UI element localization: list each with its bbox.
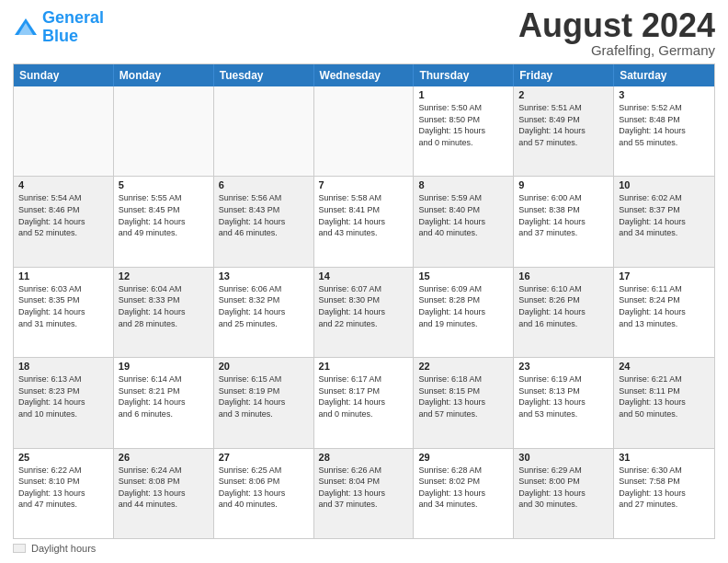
calendar-week-5: 25Sunrise: 6:22 AM Sunset: 8:10 PM Dayli…	[14, 449, 714, 538]
calendar: SundayMondayTuesdayWednesdayThursdayFrid…	[13, 63, 715, 539]
day-cell-14: 14Sunrise: 6:07 AM Sunset: 8:30 PM Dayli…	[314, 268, 415, 357]
calendar-body: 1Sunrise: 5:50 AM Sunset: 8:50 PM Daylig…	[14, 86, 714, 538]
day-info-10: Sunrise: 6:02 AM Sunset: 8:37 PM Dayligh…	[619, 192, 710, 238]
day-info-7: Sunrise: 5:58 AM Sunset: 8:41 PM Dayligh…	[319, 192, 409, 238]
logo-general: General	[42, 8, 104, 27]
day-info-27: Sunrise: 6:25 AM Sunset: 8:06 PM Dayligh…	[219, 465, 309, 511]
daylight-legend-box	[13, 544, 26, 553]
day-number-31: 31	[619, 452, 710, 463]
day-info-8: Sunrise: 5:59 AM Sunset: 8:40 PM Dayligh…	[418, 192, 508, 238]
day-info-2: Sunrise: 5:51 AM Sunset: 8:49 PM Dayligh…	[518, 102, 609, 148]
day-cell-16: 16Sunrise: 6:10 AM Sunset: 8:26 PM Dayli…	[514, 268, 614, 357]
calendar-week-2: 4Sunrise: 5:54 AM Sunset: 8:46 PM Daylig…	[14, 177, 714, 267]
day-number-13: 13	[219, 270, 309, 282]
title-location: Grafelfing, Germany	[518, 42, 715, 58]
day-number-28: 28	[319, 452, 409, 463]
day-cell-13: 13Sunrise: 6:06 AM Sunset: 8:32 PM Dayli…	[214, 268, 314, 357]
day-cell-4: 4Sunrise: 5:54 AM Sunset: 8:46 PM Daylig…	[14, 177, 114, 266]
day-cell-11: 11Sunrise: 6:03 AM Sunset: 8:35 PM Dayli…	[14, 268, 114, 357]
day-info-11: Sunrise: 6:03 AM Sunset: 8:35 PM Dayligh…	[18, 283, 108, 329]
weekday-saturday: Saturday	[614, 64, 714, 86]
day-info-12: Sunrise: 6:04 AM Sunset: 8:33 PM Dayligh…	[119, 283, 209, 329]
weekday-thursday: Thursday	[414, 64, 514, 86]
day-cell-20: 20Sunrise: 6:15 AM Sunset: 8:19 PM Dayli…	[214, 358, 314, 447]
day-info-29: Sunrise: 6:28 AM Sunset: 8:02 PM Dayligh…	[418, 465, 508, 511]
day-cell-19: 19Sunrise: 6:14 AM Sunset: 8:21 PM Dayli…	[114, 358, 214, 447]
day-number-18: 18	[18, 361, 108, 372]
day-info-18: Sunrise: 6:13 AM Sunset: 8:23 PM Dayligh…	[18, 373, 108, 419]
day-number-2: 2	[518, 89, 609, 100]
day-number-4: 4	[18, 179, 108, 190]
day-cell-3: 3Sunrise: 5:52 AM Sunset: 8:48 PM Daylig…	[614, 86, 714, 176]
day-cell-15: 15Sunrise: 6:09 AM Sunset: 8:28 PM Dayli…	[414, 268, 514, 357]
day-number-3: 3	[619, 89, 710, 100]
day-number-19: 19	[119, 361, 209, 372]
day-cell-22: 22Sunrise: 6:18 AM Sunset: 8:15 PM Dayli…	[414, 358, 514, 447]
day-cell-1: 1Sunrise: 5:50 AM Sunset: 8:50 PM Daylig…	[414, 86, 514, 176]
day-cell-26: 26Sunrise: 6:24 AM Sunset: 8:08 PM Dayli…	[114, 449, 214, 538]
empty-cell	[114, 86, 214, 176]
weekday-friday: Friday	[514, 64, 614, 86]
day-number-20: 20	[219, 361, 309, 372]
day-cell-7: 7Sunrise: 5:58 AM Sunset: 8:41 PM Daylig…	[314, 177, 415, 266]
day-number-21: 21	[319, 361, 409, 372]
day-info-19: Sunrise: 6:14 AM Sunset: 8:21 PM Dayligh…	[119, 373, 209, 419]
weekday-sunday: Sunday	[14, 64, 114, 86]
day-info-4: Sunrise: 5:54 AM Sunset: 8:46 PM Dayligh…	[18, 192, 108, 238]
day-cell-30: 30Sunrise: 6:29 AM Sunset: 8:00 PM Dayli…	[514, 449, 614, 538]
day-info-14: Sunrise: 6:07 AM Sunset: 8:30 PM Dayligh…	[319, 283, 409, 329]
title-month: August 2024	[518, 9, 715, 42]
calendar-week-4: 18Sunrise: 6:13 AM Sunset: 8:23 PM Dayli…	[14, 358, 714, 448]
day-number-8: 8	[418, 179, 508, 190]
day-number-17: 17	[619, 270, 710, 282]
day-info-5: Sunrise: 5:55 AM Sunset: 8:45 PM Dayligh…	[119, 192, 209, 238]
day-cell-2: 2Sunrise: 5:51 AM Sunset: 8:49 PM Daylig…	[514, 86, 614, 176]
day-number-27: 27	[219, 452, 309, 463]
day-cell-18: 18Sunrise: 6:13 AM Sunset: 8:23 PM Dayli…	[14, 358, 114, 447]
day-number-16: 16	[518, 270, 609, 282]
day-cell-5: 5Sunrise: 5:55 AM Sunset: 8:45 PM Daylig…	[114, 177, 214, 266]
day-info-1: Sunrise: 5:50 AM Sunset: 8:50 PM Dayligh…	[418, 102, 508, 148]
day-cell-29: 29Sunrise: 6:28 AM Sunset: 8:02 PM Dayli…	[414, 449, 514, 538]
day-info-20: Sunrise: 6:15 AM Sunset: 8:19 PM Dayligh…	[219, 373, 309, 419]
day-cell-24: 24Sunrise: 6:21 AM Sunset: 8:11 PM Dayli…	[614, 358, 714, 447]
logo-blue: Blue	[42, 27, 78, 45]
day-number-25: 25	[18, 452, 108, 463]
day-info-6: Sunrise: 5:56 AM Sunset: 8:43 PM Dayligh…	[219, 192, 309, 238]
day-number-9: 9	[518, 179, 609, 190]
day-cell-27: 27Sunrise: 6:25 AM Sunset: 8:06 PM Dayli…	[214, 449, 314, 538]
day-number-15: 15	[418, 270, 508, 282]
day-info-9: Sunrise: 6:00 AM Sunset: 8:38 PM Dayligh…	[518, 192, 609, 238]
day-number-11: 11	[18, 270, 108, 282]
day-number-12: 12	[119, 270, 209, 282]
logo: General Blue	[13, 9, 104, 46]
day-info-17: Sunrise: 6:11 AM Sunset: 8:24 PM Dayligh…	[619, 283, 710, 329]
day-cell-12: 12Sunrise: 6:04 AM Sunset: 8:33 PM Dayli…	[114, 268, 214, 357]
day-cell-10: 10Sunrise: 6:02 AM Sunset: 8:37 PM Dayli…	[614, 177, 714, 266]
day-cell-23: 23Sunrise: 6:19 AM Sunset: 8:13 PM Dayli…	[514, 358, 614, 447]
day-info-23: Sunrise: 6:19 AM Sunset: 8:13 PM Dayligh…	[518, 373, 609, 419]
day-info-15: Sunrise: 6:09 AM Sunset: 8:28 PM Dayligh…	[418, 283, 508, 329]
calendar-header: SundayMondayTuesdayWednesdayThursdayFrid…	[14, 64, 714, 86]
day-info-26: Sunrise: 6:24 AM Sunset: 8:08 PM Dayligh…	[119, 465, 209, 511]
day-info-22: Sunrise: 6:18 AM Sunset: 8:15 PM Dayligh…	[418, 373, 508, 419]
day-info-3: Sunrise: 5:52 AM Sunset: 8:48 PM Dayligh…	[619, 102, 710, 148]
calendar-week-3: 11Sunrise: 6:03 AM Sunset: 8:35 PM Dayli…	[14, 268, 714, 358]
header: General Blue August 2024 Grafelfing, Ger…	[13, 9, 715, 58]
day-number-14: 14	[319, 270, 409, 282]
day-cell-9: 9Sunrise: 6:00 AM Sunset: 8:38 PM Daylig…	[514, 177, 614, 266]
logo-icon	[13, 15, 39, 40]
day-info-30: Sunrise: 6:29 AM Sunset: 8:00 PM Dayligh…	[518, 465, 609, 511]
day-cell-25: 25Sunrise: 6:22 AM Sunset: 8:10 PM Dayli…	[14, 449, 114, 538]
day-info-13: Sunrise: 6:06 AM Sunset: 8:32 PM Dayligh…	[219, 283, 309, 329]
day-number-22: 22	[418, 361, 508, 372]
day-info-28: Sunrise: 6:26 AM Sunset: 8:04 PM Dayligh…	[319, 465, 409, 511]
day-info-31: Sunrise: 6:30 AM Sunset: 7:58 PM Dayligh…	[619, 465, 710, 511]
daylight-legend-label: Daylight hours	[31, 543, 96, 554]
day-cell-17: 17Sunrise: 6:11 AM Sunset: 8:24 PM Dayli…	[614, 268, 714, 357]
day-info-24: Sunrise: 6:21 AM Sunset: 8:11 PM Dayligh…	[619, 373, 710, 419]
weekday-wednesday: Wednesday	[314, 64, 415, 86]
day-cell-6: 6Sunrise: 5:56 AM Sunset: 8:43 PM Daylig…	[214, 177, 314, 266]
day-info-16: Sunrise: 6:10 AM Sunset: 8:26 PM Dayligh…	[518, 283, 609, 329]
page: General Blue August 2024 Grafelfing, Ger…	[0, 0, 728, 563]
